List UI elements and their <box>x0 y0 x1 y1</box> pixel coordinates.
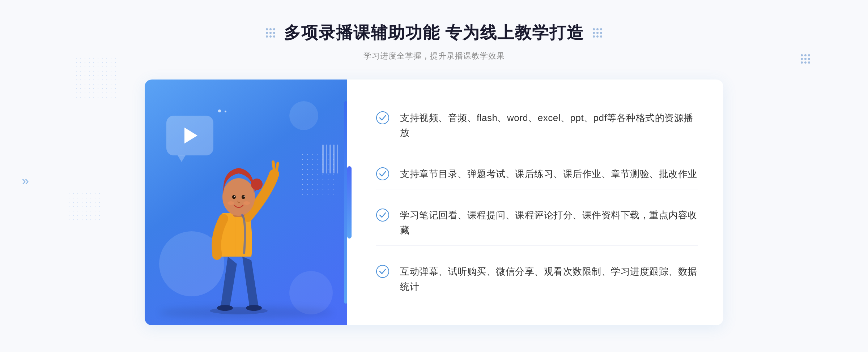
dots-decoration-bottom <box>67 192 103 220</box>
feature-text-1: 支持视频、音频、flash、word、excel、ppt、pdf等各种格式的资源… <box>400 111 698 141</box>
feature-item-4: 互动弹幕、试听购买、微信分享、观看次数限制、学习进度跟踪、数据统计 <box>376 257 698 301</box>
check-icon-3 <box>376 209 389 222</box>
page-subtitle: 学习进度全掌握，提升录播课教学效果 <box>266 51 603 61</box>
svg-point-7 <box>251 179 263 190</box>
feature-text-3: 学习笔记回看、课程提问、课程评论打分、课件资料下载，重点内容收藏 <box>400 208 698 238</box>
svg-point-2 <box>246 305 262 311</box>
sparkle-decoration <box>217 108 227 115</box>
check-icon-2 <box>376 167 389 180</box>
chevron-decoration: » <box>22 173 29 189</box>
dots-decoration-top <box>74 56 118 99</box>
svg-point-8 <box>232 195 236 199</box>
feature-text-4: 互动弹幕、试听购买、微信分享、观看次数限制、学习进度跟踪、数据统计 <box>400 264 698 294</box>
top-right-decoration <box>801 54 810 64</box>
feature-item-3: 学习笔记回看、课程提问、课程评论打分、课件资料下载，重点内容收藏 <box>376 201 698 245</box>
human-figure-svg <box>181 134 297 314</box>
check-icon-1 <box>376 111 389 124</box>
content-area: 支持视频、音频、flash、word、excel、ppt、pdf等各种格式的资源… <box>145 80 723 325</box>
feature-item-1: 支持视频、音频、flash、word、excel、ppt、pdf等各种格式的资源… <box>376 103 698 148</box>
blue-accent-bar <box>347 166 352 239</box>
svg-point-4 <box>212 250 222 260</box>
svg-point-10 <box>234 196 235 197</box>
svg-point-15 <box>376 168 389 180</box>
striped-bars <box>322 145 338 173</box>
svg-point-16 <box>376 209 389 221</box>
svg-point-12 <box>227 201 234 205</box>
svg-point-9 <box>242 195 245 199</box>
illustration-panel <box>145 80 347 325</box>
page-container: » 多项录播课辅助功能 专为线上教学打造 学习进度全掌握，提升录播课教学效果 <box>0 0 868 352</box>
title-wrapper: 多项录播课辅助功能 专为线上教学打造 <box>266 22 603 44</box>
svg-point-17 <box>376 265 389 278</box>
svg-point-13 <box>243 201 250 205</box>
svg-point-6 <box>222 178 255 216</box>
title-dots-left <box>266 28 275 38</box>
svg-point-1 <box>217 305 233 311</box>
title-dots-right <box>593 28 602 38</box>
check-icon-4 <box>376 265 389 278</box>
page-title: 多项录播课辅助功能 专为线上教学打造 <box>284 22 584 44</box>
feature-text-2: 支持章节目录、弹题考试、课后练习、课后作业、章节测验、批改作业 <box>400 167 697 182</box>
feature-item-2: 支持章节目录、弹题考试、课后练习、课后作业、章节测验、批改作业 <box>376 159 698 189</box>
svg-point-11 <box>244 196 245 197</box>
svg-point-14 <box>376 112 389 124</box>
header-section: 多项录播课辅助功能 专为线上教学打造 学习进度全掌握，提升录播课教学效果 <box>266 22 603 61</box>
deco-circle-small <box>289 101 318 130</box>
features-panel: 支持视频、音频、flash、word、excel、ppt、pdf等各种格式的资源… <box>347 80 723 325</box>
